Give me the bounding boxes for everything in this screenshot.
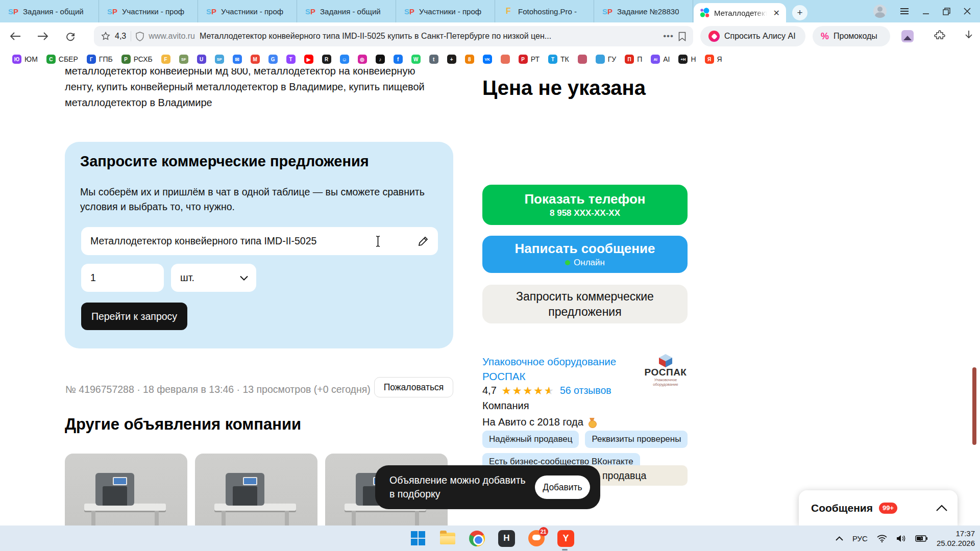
bookmark-youtube[interactable]: ▶ [304, 55, 313, 64]
edit-pencil-icon[interactable] [418, 236, 429, 247]
reviews-link[interactable]: 56 отзывов [560, 385, 611, 396]
battery-icon[interactable] [915, 535, 927, 542]
more-options-icon[interactable]: ••• [663, 31, 674, 41]
browser-tab[interactable]: SPУчастники - проф [396, 0, 495, 22]
close-button[interactable] [964, 8, 971, 15]
bookmark-sf[interactable]: SF [179, 55, 188, 64]
bookmark-whatsapp[interactable]: W [411, 55, 421, 64]
bookmark-gazprombank[interactable]: ГГПБ [87, 55, 113, 64]
bookmark-twitch[interactable]: T [286, 55, 296, 64]
product-image-card[interactable] [65, 454, 187, 525]
bookmark-sp[interactable]: SP [215, 55, 224, 64]
screenshot-icon[interactable] [901, 30, 914, 42]
bookmark-tk[interactable]: ТТК [548, 55, 569, 64]
browser-tab[interactable]: FFotohosting.Pro - [495, 0, 594, 22]
bookmark-tiktok[interactable]: ♪ [376, 55, 385, 64]
sp-favicon-icon: SP [602, 6, 612, 16]
bookmark-mail[interactable]: ✉ [233, 55, 242, 64]
bookmark-odnoklassniki[interactable]: 8 [465, 55, 474, 64]
commercial-offer-card: Запросите коммерческие предложения Мы со… [65, 142, 453, 348]
star-rating-icon[interactable] [101, 32, 110, 41]
bookmark-settings[interactable] [578, 55, 587, 64]
bookmark-vk-messenger[interactable]: ☺ [340, 55, 349, 64]
page-scrollbar[interactable] [972, 367, 976, 445]
browser-tab[interactable]: SPЗадание №28830 [594, 0, 693, 22]
bookmark-sber[interactable]: ССБЕР [46, 55, 78, 64]
bookmark-p-red[interactable]: ПП [625, 55, 642, 64]
clock[interactable]: 17:37 25.02.2026 [937, 529, 975, 548]
bookmark-google[interactable]: G [268, 55, 278, 64]
bookmark-gmail[interactable]: M [251, 55, 260, 64]
tray-chevron-icon[interactable] [836, 536, 843, 541]
request-offers-button[interactable]: Запросить коммерческие предложения [482, 285, 688, 323]
forward-button[interactable] [33, 26, 53, 46]
bookmark-label: ЮМ [24, 55, 38, 63]
ai-icon: AI [651, 55, 660, 64]
tab-close-icon[interactable]: ✕ [771, 8, 782, 18]
bookmark-yandex[interactable]: ЯЯ [705, 55, 722, 64]
back-button[interactable] [5, 26, 26, 46]
seller-name-link[interactable]: Упаковочное оборудование РОСПАК [482, 354, 616, 384]
seller-logo-subtitle: Упаковочное оборудование [644, 378, 688, 387]
product-image-card[interactable] [195, 454, 317, 525]
browser-tab[interactable]: SPЗадания - общий [297, 0, 396, 22]
bookmark-palette[interactable] [501, 55, 510, 64]
reload-button[interactable] [60, 26, 81, 46]
medal-icon [587, 418, 597, 427]
start-button[interactable] [408, 529, 427, 548]
address-bar[interactable]: 4,3 www.avito.ru Металлодетектор конвейе… [94, 26, 693, 46]
bookmark-h-plus[interactable]: +HН [678, 55, 696, 64]
chevron-up-icon[interactable] [936, 505, 947, 511]
extensions-icon[interactable] [934, 30, 946, 42]
bookmark-vk[interactable]: VK [483, 55, 492, 64]
new-tab-button[interactable]: + [792, 5, 807, 20]
tab-active[interactable]: Металлодетект ✕ [694, 3, 786, 22]
bookmark-threads[interactable]: + [447, 55, 456, 64]
yandex-browser-button[interactable]: Y [556, 529, 575, 548]
bookmark-facebook[interactable]: f [394, 55, 403, 64]
show-phone-button[interactable]: Показать телефон 8 958 XXX-XX-XX [482, 185, 688, 225]
bookmark-fotohosting[interactable]: F [161, 55, 170, 64]
downloads-icon[interactable] [964, 30, 974, 41]
browser-tab[interactable]: SPУчастники - проф [99, 0, 198, 22]
browser-tab[interactable]: SPЗадания - общий [0, 0, 99, 22]
profile-avatar[interactable] [873, 5, 887, 18]
tab-label: Задания - общий [23, 7, 84, 16]
gmail-icon: M [251, 55, 260, 64]
chrome-icon [469, 531, 485, 546]
add-to-collection-button[interactable]: Добавить [535, 475, 590, 499]
menu-icon[interactable] [900, 8, 909, 15]
bookmark-rt[interactable]: РРТ [519, 55, 540, 64]
unit-select[interactable]: шт. [171, 264, 256, 292]
bookmark-tenchat[interactable]: t [429, 55, 438, 64]
quantity-input[interactable]: 1 [81, 264, 164, 292]
volume-icon[interactable] [896, 535, 906, 542]
bookmark-ai[interactable]: AIAI [651, 55, 670, 64]
minimize-button[interactable] [922, 8, 929, 15]
seller-since: На Авито с 2018 года [482, 416, 597, 428]
chrome-button[interactable] [468, 529, 486, 548]
bookmark-icon[interactable] [678, 32, 686, 41]
bookmark-shield-u[interactable]: U [197, 55, 206, 64]
bookmark-globe[interactable]: ГУ [596, 55, 616, 64]
promocodes-button[interactable]: % Промокоды [813, 26, 890, 46]
product-name-input[interactable]: Металлодетектор конвейерного типа IMD-II… [81, 227, 438, 255]
language-indicator[interactable]: РУС [852, 534, 868, 543]
messenger-app-button[interactable]: 21 [527, 529, 546, 548]
bookmark-rshb[interactable]: РРСХБ [121, 55, 153, 64]
write-message-button[interactable]: Написать сообщение Онлайн [482, 236, 688, 273]
shield-icon[interactable] [136, 32, 144, 41]
browser-tab[interactable]: SPУчастники - проф [198, 0, 297, 22]
maximize-button[interactable] [943, 8, 950, 15]
bookmark-yoomoney[interactable]: ЮЮМ [12, 55, 38, 64]
wifi-icon[interactable] [877, 535, 887, 542]
go-to-request-button[interactable]: Перейти к запросу [81, 303, 187, 330]
bookmark-rutube[interactable]: R [322, 55, 331, 64]
h-app-button[interactable]: H [497, 529, 516, 548]
file-explorer-button[interactable] [438, 529, 457, 548]
report-button[interactable]: Пожаловаться [374, 377, 453, 397]
bookmark-instagram[interactable]: ◎ [358, 55, 367, 64]
running-indicator [562, 549, 568, 550]
ask-alice-button[interactable]: Спросить Алису AI [700, 26, 805, 46]
messages-widget[interactable]: Сообщения 99+ [799, 490, 958, 525]
